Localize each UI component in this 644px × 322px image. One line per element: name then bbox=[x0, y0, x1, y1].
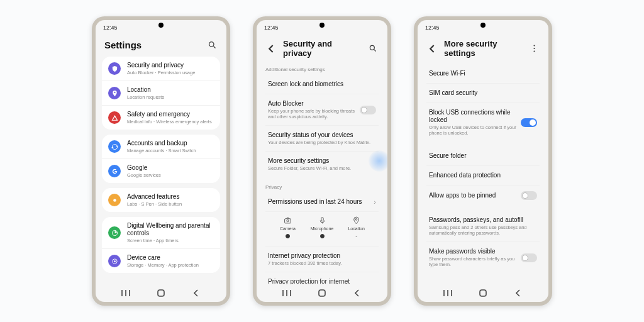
more-security-list[interactable]: Secure Wi-FiSIM card securityBlock USB c… bbox=[418, 64, 548, 284]
settings-card: Accounts and backup Manage accounts · Sm… bbox=[102, 135, 220, 183]
screen: 12:45 More security settings Secure Wi-F… bbox=[418, 20, 548, 302]
page-title: More security settings bbox=[444, 39, 522, 58]
list-row[interactable]: Screen lock and biometrics bbox=[265, 75, 379, 94]
permission-label: Camera bbox=[280, 226, 296, 231]
indicator-dash: - bbox=[355, 233, 357, 240]
row-subtitle: Your devices are being protected by Knox… bbox=[268, 140, 376, 145]
header: Security and privacy bbox=[257, 35, 387, 64]
row-subtitle: Keep your phone safe by blocking threats… bbox=[268, 108, 360, 119]
back-icon[interactable] bbox=[265, 43, 277, 54]
toggle-switch[interactable] bbox=[360, 106, 376, 114]
permission-item[interactable]: Location - bbox=[339, 216, 374, 240]
nav-bar bbox=[96, 284, 226, 302]
section-label: Privacy bbox=[265, 182, 379, 192]
settings-row[interactable]: Safety and emergency Medical info · Wire… bbox=[102, 105, 220, 130]
row-permissions[interactable]: Permissions used in last 24 hours › bbox=[265, 192, 379, 212]
permission-item[interactable]: Microphone bbox=[305, 216, 340, 240]
svg-line-11 bbox=[374, 50, 376, 52]
svg-rect-9 bbox=[158, 290, 164, 296]
row-title: Accounts and backup bbox=[127, 140, 214, 147]
list-row[interactable]: Enhanced data protection bbox=[426, 166, 540, 186]
list-row[interactable]: Auto BlockerKeep your phone safe by bloc… bbox=[265, 94, 379, 126]
row-title: Passwords, passkeys, and autofill bbox=[429, 216, 537, 224]
security-list[interactable]: Additional security settings Screen lock… bbox=[257, 64, 387, 284]
row-title: Auto Blocker bbox=[268, 100, 360, 108]
nav-back[interactable] bbox=[348, 287, 367, 299]
indicator-dot bbox=[320, 234, 325, 238]
phone-frame: 12:45 More security settings Secure Wi-F… bbox=[414, 16, 552, 306]
settings-row[interactable]: Accounts and backup Manage accounts · Sm… bbox=[102, 135, 220, 158]
list-row[interactable]: More security settingsSecure Folder, Sec… bbox=[265, 152, 379, 177]
nav-back[interactable] bbox=[509, 287, 528, 299]
svg-point-22 bbox=[533, 50, 535, 52]
nav-recents[interactable] bbox=[277, 287, 296, 299]
search-icon[interactable] bbox=[206, 39, 218, 50]
camera-notch bbox=[319, 23, 325, 28]
alert-icon bbox=[108, 111, 121, 124]
row-subtitle: Samsung pass and 2 others use passkeys a… bbox=[429, 225, 537, 236]
location-icon bbox=[352, 216, 362, 225]
svg-point-2 bbox=[113, 199, 116, 202]
list-row[interactable]: Internet privacy protection7 trackers bl… bbox=[265, 247, 379, 272]
star-icon bbox=[108, 194, 121, 206]
back-icon[interactable] bbox=[426, 43, 438, 54]
settings-list[interactable]: Security and privacy Auto Blocker · Perm… bbox=[96, 57, 226, 284]
shield-icon bbox=[108, 62, 121, 75]
list-row[interactable]: Block USB connections while lockedOnly a… bbox=[426, 103, 540, 142]
row-subtitle: Google services bbox=[127, 172, 214, 178]
permission-item[interactable]: Camera bbox=[270, 216, 305, 240]
row-subtitle: Labs · S Pen · Side button bbox=[127, 201, 214, 207]
row-title: Digital Wellbeing and parental controls bbox=[127, 222, 214, 237]
row-title: Make passwords visible bbox=[429, 248, 521, 255]
more-icon[interactable] bbox=[528, 43, 540, 54]
clock: 12:45 bbox=[103, 25, 118, 31]
list-row[interactable]: Privacy protection for internet bbox=[265, 272, 379, 284]
indicator-dot bbox=[286, 234, 290, 238]
header: More security settings bbox=[418, 35, 548, 64]
chevron-right-icon: › bbox=[374, 198, 376, 206]
svg-point-5 bbox=[114, 260, 116, 262]
toggle-switch[interactable] bbox=[521, 191, 537, 200]
nav-home[interactable] bbox=[474, 287, 492, 299]
list-row[interactable]: Allow apps to be pinned bbox=[426, 186, 540, 206]
list-row[interactable]: Secure folder bbox=[426, 147, 540, 166]
svg-rect-12 bbox=[284, 218, 291, 223]
nav-home[interactable] bbox=[152, 287, 170, 299]
row-title: Secure Wi-Fi bbox=[429, 70, 537, 77]
nav-recents[interactable] bbox=[116, 287, 135, 299]
camera-notch bbox=[158, 23, 164, 28]
list-row[interactable]: SIM card security bbox=[426, 84, 540, 103]
search-icon[interactable] bbox=[367, 43, 379, 54]
list-row[interactable]: Passwords, passkeys, and autofillSamsung… bbox=[426, 211, 540, 242]
row-title: Block USB connections while locked bbox=[429, 109, 521, 124]
row-subtitle: 7 trackers blocked 392 times today. bbox=[268, 260, 376, 266]
settings-row[interactable]: Device care Storage · Memory · App prote… bbox=[102, 248, 220, 273]
svg-point-10 bbox=[370, 45, 374, 50]
settings-row[interactable]: Google Google services bbox=[102, 158, 220, 183]
settings-row[interactable]: Digital Wellbeing and parental controls … bbox=[102, 217, 220, 248]
settings-row[interactable]: Advanced features Labs · S Pen · Side bu… bbox=[102, 188, 220, 212]
nav-recents[interactable] bbox=[438, 287, 457, 299]
toggle-switch[interactable] bbox=[521, 253, 537, 262]
toggle-switch[interactable] bbox=[521, 118, 537, 127]
row-title: SIM card security bbox=[429, 89, 537, 97]
row-title: Enhanced data protection bbox=[429, 172, 537, 179]
list-row[interactable]: Security status of your devicesYour devi… bbox=[265, 126, 379, 152]
settings-row[interactable]: Location Location requests bbox=[102, 80, 220, 105]
nav-home[interactable] bbox=[313, 287, 331, 299]
list-row[interactable]: Make passwords visibleShow password char… bbox=[426, 242, 540, 273]
row-subtitle: Show password characters briefly as you … bbox=[429, 256, 521, 267]
nav-back[interactable] bbox=[187, 287, 206, 299]
clock: 12:45 bbox=[264, 25, 279, 31]
phone-frame: 12:45 Settings Security and privacy Auto… bbox=[92, 16, 230, 306]
camera-icon bbox=[282, 216, 292, 225]
google-icon bbox=[108, 165, 121, 177]
row-title: Privacy protection for internet bbox=[268, 278, 376, 284]
section-label: Additional security settings bbox=[265, 64, 379, 75]
list-row[interactable]: Secure Wi-Fi bbox=[426, 64, 540, 84]
settings-row[interactable]: Security and privacy Auto Blocker · Perm… bbox=[102, 57, 220, 80]
row-subtitle: Auto Blocker · Permission usage bbox=[127, 70, 214, 75]
permission-icons: Camera Microphone Location - bbox=[265, 212, 379, 247]
row-title: Secure folder bbox=[429, 152, 537, 160]
page-title: Security and privacy bbox=[283, 39, 361, 58]
